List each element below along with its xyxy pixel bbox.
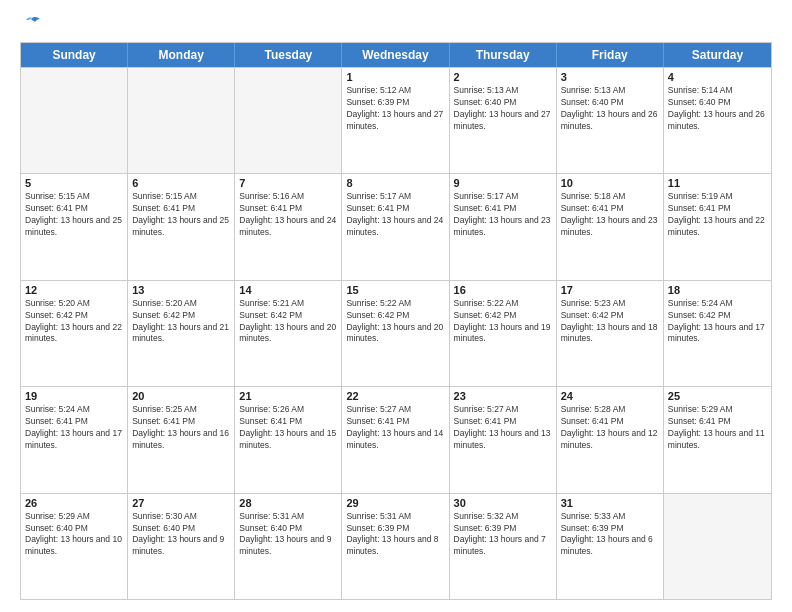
calendar-row-2: 12Sunrise: 5:20 AM Sunset: 6:42 PM Dayli… (21, 280, 771, 386)
day-number: 15 (346, 284, 444, 296)
day-info: Sunrise: 5:17 AM Sunset: 6:41 PM Dayligh… (454, 191, 552, 239)
day-info: Sunrise: 5:31 AM Sunset: 6:39 PM Dayligh… (346, 511, 444, 559)
day-number: 18 (668, 284, 767, 296)
page: SundayMondayTuesdayWednesdayThursdayFrid… (0, 0, 792, 612)
day-info: Sunrise: 5:28 AM Sunset: 6:41 PM Dayligh… (561, 404, 659, 452)
calendar-cell-2-3: 15Sunrise: 5:22 AM Sunset: 6:42 PM Dayli… (342, 281, 449, 386)
day-info: Sunrise: 5:18 AM Sunset: 6:41 PM Dayligh… (561, 191, 659, 239)
day-info: Sunrise: 5:13 AM Sunset: 6:40 PM Dayligh… (454, 85, 552, 133)
day-info: Sunrise: 5:13 AM Sunset: 6:40 PM Dayligh… (561, 85, 659, 133)
calendar-cell-3-6: 25Sunrise: 5:29 AM Sunset: 6:41 PM Dayli… (664, 387, 771, 492)
day-info: Sunrise: 5:25 AM Sunset: 6:41 PM Dayligh… (132, 404, 230, 452)
day-info: Sunrise: 5:29 AM Sunset: 6:40 PM Dayligh… (25, 511, 123, 559)
calendar-cell-0-0 (21, 68, 128, 173)
calendar-cell-2-2: 14Sunrise: 5:21 AM Sunset: 6:42 PM Dayli… (235, 281, 342, 386)
day-info: Sunrise: 5:16 AM Sunset: 6:41 PM Dayligh… (239, 191, 337, 239)
day-info: Sunrise: 5:24 AM Sunset: 6:42 PM Dayligh… (668, 298, 767, 346)
calendar-cell-3-4: 23Sunrise: 5:27 AM Sunset: 6:41 PM Dayli… (450, 387, 557, 492)
calendar-cell-1-1: 6Sunrise: 5:15 AM Sunset: 6:41 PM Daylig… (128, 174, 235, 279)
calendar-cell-3-1: 20Sunrise: 5:25 AM Sunset: 6:41 PM Dayli… (128, 387, 235, 492)
day-info: Sunrise: 5:33 AM Sunset: 6:39 PM Dayligh… (561, 511, 659, 559)
day-number: 7 (239, 177, 337, 189)
calendar-header-wednesday: Wednesday (342, 43, 449, 67)
calendar-cell-1-2: 7Sunrise: 5:16 AM Sunset: 6:41 PM Daylig… (235, 174, 342, 279)
calendar-cell-4-5: 31Sunrise: 5:33 AM Sunset: 6:39 PM Dayli… (557, 494, 664, 599)
calendar-cell-4-0: 26Sunrise: 5:29 AM Sunset: 6:40 PM Dayli… (21, 494, 128, 599)
calendar-cell-0-3: 1Sunrise: 5:12 AM Sunset: 6:39 PM Daylig… (342, 68, 449, 173)
day-number: 19 (25, 390, 123, 402)
calendar-header-thursday: Thursday (450, 43, 557, 67)
calendar-header-sunday: Sunday (21, 43, 128, 67)
calendar-cell-4-4: 30Sunrise: 5:32 AM Sunset: 6:39 PM Dayli… (450, 494, 557, 599)
calendar-cell-3-0: 19Sunrise: 5:24 AM Sunset: 6:41 PM Dayli… (21, 387, 128, 492)
day-number: 22 (346, 390, 444, 402)
calendar-cell-2-1: 13Sunrise: 5:20 AM Sunset: 6:42 PM Dayli… (128, 281, 235, 386)
logo-bird-icon (23, 16, 41, 32)
calendar-cell-1-6: 11Sunrise: 5:19 AM Sunset: 6:41 PM Dayli… (664, 174, 771, 279)
day-number: 2 (454, 71, 552, 83)
calendar-cell-3-3: 22Sunrise: 5:27 AM Sunset: 6:41 PM Dayli… (342, 387, 449, 492)
day-info: Sunrise: 5:21 AM Sunset: 6:42 PM Dayligh… (239, 298, 337, 346)
day-number: 14 (239, 284, 337, 296)
day-number: 10 (561, 177, 659, 189)
day-info: Sunrise: 5:20 AM Sunset: 6:42 PM Dayligh… (132, 298, 230, 346)
calendar-row-3: 19Sunrise: 5:24 AM Sunset: 6:41 PM Dayli… (21, 386, 771, 492)
day-info: Sunrise: 5:26 AM Sunset: 6:41 PM Dayligh… (239, 404, 337, 452)
day-number: 20 (132, 390, 230, 402)
calendar-cell-0-1 (128, 68, 235, 173)
day-number: 26 (25, 497, 123, 509)
calendar-row-4: 26Sunrise: 5:29 AM Sunset: 6:40 PM Dayli… (21, 493, 771, 599)
calendar-cell-1-3: 8Sunrise: 5:17 AM Sunset: 6:41 PM Daylig… (342, 174, 449, 279)
calendar-cell-0-6: 4Sunrise: 5:14 AM Sunset: 6:40 PM Daylig… (664, 68, 771, 173)
day-info: Sunrise: 5:23 AM Sunset: 6:42 PM Dayligh… (561, 298, 659, 346)
day-info: Sunrise: 5:19 AM Sunset: 6:41 PM Dayligh… (668, 191, 767, 239)
calendar-row-1: 5Sunrise: 5:15 AM Sunset: 6:41 PM Daylig… (21, 173, 771, 279)
day-number: 31 (561, 497, 659, 509)
calendar-cell-4-1: 27Sunrise: 5:30 AM Sunset: 6:40 PM Dayli… (128, 494, 235, 599)
day-info: Sunrise: 5:14 AM Sunset: 6:40 PM Dayligh… (668, 85, 767, 133)
day-info: Sunrise: 5:15 AM Sunset: 6:41 PM Dayligh… (25, 191, 123, 239)
day-number: 8 (346, 177, 444, 189)
day-number: 30 (454, 497, 552, 509)
calendar-header-tuesday: Tuesday (235, 43, 342, 67)
day-number: 21 (239, 390, 337, 402)
calendar-cell-0-4: 2Sunrise: 5:13 AM Sunset: 6:40 PM Daylig… (450, 68, 557, 173)
day-number: 28 (239, 497, 337, 509)
calendar-cell-2-0: 12Sunrise: 5:20 AM Sunset: 6:42 PM Dayli… (21, 281, 128, 386)
day-number: 1 (346, 71, 444, 83)
calendar-cell-4-3: 29Sunrise: 5:31 AM Sunset: 6:39 PM Dayli… (342, 494, 449, 599)
day-number: 4 (668, 71, 767, 83)
day-info: Sunrise: 5:29 AM Sunset: 6:41 PM Dayligh… (668, 404, 767, 452)
day-info: Sunrise: 5:15 AM Sunset: 6:41 PM Dayligh… (132, 191, 230, 239)
day-number: 12 (25, 284, 123, 296)
calendar-cell-2-6: 18Sunrise: 5:24 AM Sunset: 6:42 PM Dayli… (664, 281, 771, 386)
calendar-cell-4-2: 28Sunrise: 5:31 AM Sunset: 6:40 PM Dayli… (235, 494, 342, 599)
calendar-header-saturday: Saturday (664, 43, 771, 67)
day-number: 24 (561, 390, 659, 402)
day-info: Sunrise: 5:32 AM Sunset: 6:39 PM Dayligh… (454, 511, 552, 559)
day-info: Sunrise: 5:30 AM Sunset: 6:40 PM Dayligh… (132, 511, 230, 559)
day-info: Sunrise: 5:12 AM Sunset: 6:39 PM Dayligh… (346, 85, 444, 133)
calendar-cell-2-4: 16Sunrise: 5:22 AM Sunset: 6:42 PM Dayli… (450, 281, 557, 386)
day-number: 23 (454, 390, 552, 402)
calendar-body: 1Sunrise: 5:12 AM Sunset: 6:39 PM Daylig… (21, 67, 771, 599)
calendar-cell-0-2 (235, 68, 342, 173)
day-info: Sunrise: 5:27 AM Sunset: 6:41 PM Dayligh… (346, 404, 444, 452)
calendar-cell-3-2: 21Sunrise: 5:26 AM Sunset: 6:41 PM Dayli… (235, 387, 342, 492)
day-number: 13 (132, 284, 230, 296)
calendar-cell-1-4: 9Sunrise: 5:17 AM Sunset: 6:41 PM Daylig… (450, 174, 557, 279)
day-number: 16 (454, 284, 552, 296)
day-info: Sunrise: 5:20 AM Sunset: 6:42 PM Dayligh… (25, 298, 123, 346)
header (20, 16, 772, 32)
day-info: Sunrise: 5:27 AM Sunset: 6:41 PM Dayligh… (454, 404, 552, 452)
calendar-header: SundayMondayTuesdayWednesdayThursdayFrid… (21, 43, 771, 67)
day-info: Sunrise: 5:22 AM Sunset: 6:42 PM Dayligh… (346, 298, 444, 346)
day-number: 6 (132, 177, 230, 189)
calendar-cell-0-5: 3Sunrise: 5:13 AM Sunset: 6:40 PM Daylig… (557, 68, 664, 173)
day-number: 5 (25, 177, 123, 189)
calendar-cell-1-0: 5Sunrise: 5:15 AM Sunset: 6:41 PM Daylig… (21, 174, 128, 279)
day-number: 29 (346, 497, 444, 509)
calendar-cell-4-6 (664, 494, 771, 599)
day-number: 3 (561, 71, 659, 83)
calendar-cell-2-5: 17Sunrise: 5:23 AM Sunset: 6:42 PM Dayli… (557, 281, 664, 386)
